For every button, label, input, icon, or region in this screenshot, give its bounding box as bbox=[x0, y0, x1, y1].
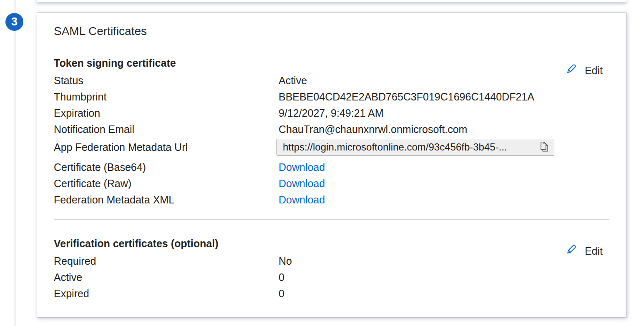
download-rows: Certificate (Base64) Download Certificat… bbox=[54, 159, 609, 208]
download-certificate-base64-link[interactable]: Download bbox=[279, 161, 325, 173]
federation-metadata-xml-label: Federation Metadata XML bbox=[54, 194, 279, 206]
metadata-url-readonly-field[interactable]: https://login.microsoftonline.com/93c456… bbox=[277, 139, 554, 155]
saml-certificates-card: SAML Certificates Token signing certific… bbox=[37, 13, 626, 318]
verification-certificates-heading: Verification certificates (optional) bbox=[54, 237, 609, 250]
notification-email-row: Notification Email ChauTran@chaunxnrwl.o… bbox=[54, 121, 609, 138]
copy-icon bbox=[538, 140, 551, 155]
expired-count-label: Expired bbox=[54, 288, 279, 300]
app-federation-metadata-url-row: App Federation Metadata Url https://logi… bbox=[54, 138, 609, 157]
app-federation-metadata-url-label: App Federation Metadata Url bbox=[54, 141, 279, 153]
certificate-base64-label: Certificate (Base64) bbox=[54, 161, 279, 173]
active-count-label: Active bbox=[54, 271, 279, 283]
active-count-value: 0 bbox=[279, 271, 284, 283]
certificate-base64-row: Certificate (Base64) Download bbox=[54, 159, 609, 176]
expiration-value: 9/12/2027, 9:49:21 AM bbox=[279, 107, 384, 119]
previous-card-edge bbox=[37, 0, 626, 2]
edit-button-label: Edit bbox=[585, 65, 603, 77]
expiration-label: Expiration bbox=[54, 107, 279, 119]
download-federation-metadata-xml-link[interactable]: Download bbox=[279, 194, 325, 206]
expired-count-value: 0 bbox=[279, 288, 284, 300]
metadata-url-value: https://login.microsoftonline.com/93c456… bbox=[283, 141, 536, 153]
edit-token-certificate-button[interactable]: Edit bbox=[564, 62, 603, 79]
thumbprint-value: BBEBE04CD42E2ABD765C3F019C1696C1440DF21A bbox=[279, 91, 534, 103]
required-value: No bbox=[279, 255, 292, 267]
card-title: SAML Certificates bbox=[54, 24, 609, 39]
step-number: 3 bbox=[11, 15, 18, 28]
active-count-row: Active 0 bbox=[54, 269, 609, 286]
expired-count-row: Expired 0 bbox=[54, 286, 609, 302]
edit-button-label: Edit bbox=[585, 245, 603, 257]
edit-pencil-icon bbox=[564, 62, 579, 79]
download-certificate-raw-link[interactable]: Download bbox=[279, 178, 325, 190]
step-connector-line bbox=[15, 0, 15, 326]
step-number-badge: 3 bbox=[5, 13, 23, 31]
certificate-raw-label: Certificate (Raw) bbox=[54, 178, 279, 190]
token-certificate-rows: Status Active Thumbprint BBEBE04CD42E2AB… bbox=[54, 73, 609, 157]
expiration-row: Expiration 9/12/2027, 9:49:21 AM bbox=[54, 105, 609, 121]
edit-pencil-icon bbox=[564, 242, 579, 260]
required-label: Required bbox=[54, 255, 279, 267]
token-signing-certificate-heading: Token signing certificate bbox=[54, 57, 609, 69]
thumbprint-row: Thumbprint BBEBE04CD42E2ABD765C3F019C169… bbox=[54, 89, 609, 105]
copy-url-button[interactable] bbox=[538, 140, 551, 154]
required-row: Required No bbox=[54, 253, 609, 269]
thumbprint-label: Thumbprint bbox=[54, 91, 279, 103]
status-value: Active bbox=[279, 75, 307, 87]
federation-metadata-xml-row: Federation Metadata XML Download bbox=[54, 192, 609, 208]
status-row: Status Active bbox=[54, 73, 609, 89]
status-label: Status bbox=[54, 75, 279, 87]
notification-email-value: ChauTran@chaunxnrwl.onmicrosoft.com bbox=[279, 123, 467, 135]
notification-email-label: Notification Email bbox=[54, 123, 279, 135]
section-divider bbox=[54, 219, 609, 220]
edit-verification-certificates-button[interactable]: Edit bbox=[564, 242, 603, 260]
verification-rows: Required No Active 0 Expired 0 bbox=[54, 253, 609, 302]
certificate-raw-row: Certificate (Raw) Download bbox=[54, 176, 609, 192]
